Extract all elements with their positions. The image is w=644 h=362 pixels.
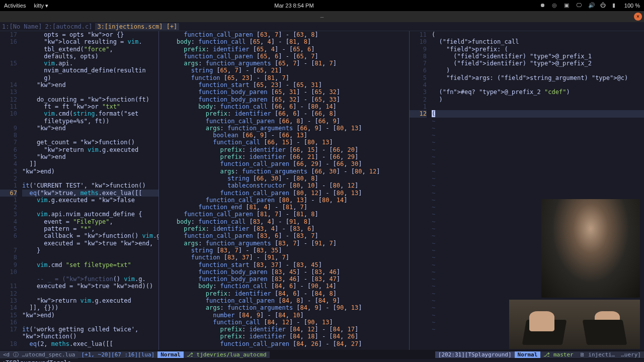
sl-mode-right: Normal bbox=[515, 351, 541, 358]
app-menu[interactable]: kitty ▾ bbox=[34, 3, 48, 9]
webcam-face bbox=[541, 199, 640, 298]
command-line[interactable]: :TSPlaygroundToggle bbox=[0, 359, 644, 362]
screencast-icon[interactable]: ⏺ bbox=[540, 2, 547, 9]
close-icon[interactable]: × bbox=[634, 13, 642, 21]
tab[interactable]: 3:[injections.scm] [+] bbox=[95, 23, 179, 30]
battery-icon[interactable]: ▮ bbox=[612, 2, 619, 9]
system-topbar: Activities kitty ▾ Mar 23 8:54 PM ⏺ ◎ ▣ … bbox=[0, 0, 644, 11]
tabline: 1:[No Name]2:[autocmd.c]3:[injections.sc… bbox=[0, 22, 644, 31]
network-icon[interactable]: ⏻ bbox=[600, 2, 607, 9]
sl-file-left: <d ⓘ …utocmd_spec.lua bbox=[0, 351, 78, 358]
discord-icon[interactable]: ▣ bbox=[564, 2, 571, 9]
sl-branch-right: ⎇ master bbox=[540, 351, 576, 358]
gutter-right: 111098765432112 bbox=[410, 31, 430, 333]
sl-pos: [202:31][TSplayground] bbox=[435, 351, 515, 358]
obs-icon[interactable]: ◎ bbox=[552, 2, 559, 9]
sl-branch-left: ⎇ tjdevries/lua_autocmd bbox=[184, 351, 270, 358]
volume-icon[interactable]: 🔊 bbox=[588, 2, 595, 9]
gutter-left: 1716 15 1413121110 98765432167123456 789… bbox=[0, 31, 20, 347]
webcam-keyboard bbox=[509, 300, 640, 349]
sl-file-right: 🗎 injecti… bbox=[577, 351, 618, 358]
window-handle: — bbox=[320, 14, 324, 20]
sl-mode-left: Normal bbox=[157, 351, 184, 358]
tab[interactable]: 1:[No Name] bbox=[2, 23, 42, 30]
tab[interactable]: 2:[autocmd.c] bbox=[45, 23, 92, 30]
display-icon[interactable]: 🖵 bbox=[576, 2, 583, 9]
code-playground[interactable]: function_call_paren [63, 7] - [63, 8] bo… bbox=[162, 31, 409, 347]
pane-playground[interactable]: function_call_paren [63, 7] - [63, 8] bo… bbox=[159, 31, 410, 350]
clock[interactable]: Mar 23 8:54 PM bbox=[48, 3, 540, 9]
sl-diag: [+1, ~20][67 :16][lua] bbox=[78, 351, 157, 358]
sl-end: …uery] bbox=[618, 351, 644, 358]
activities-button[interactable]: Activities bbox=[4, 3, 26, 9]
statusline: <d ⓘ …utocmd_spec.lua [+1, ~20][67 :16][… bbox=[0, 350, 644, 359]
battery-text: 100 % bbox=[624, 3, 640, 9]
code-left[interactable]: opts = opts "kw">or {} "kw">local result… bbox=[22, 31, 158, 347]
window-titlebar[interactable]: — × bbox=[0, 11, 644, 22]
pane-left[interactable]: 1716 15 1413121110 98765432167123456 789… bbox=[0, 31, 159, 350]
